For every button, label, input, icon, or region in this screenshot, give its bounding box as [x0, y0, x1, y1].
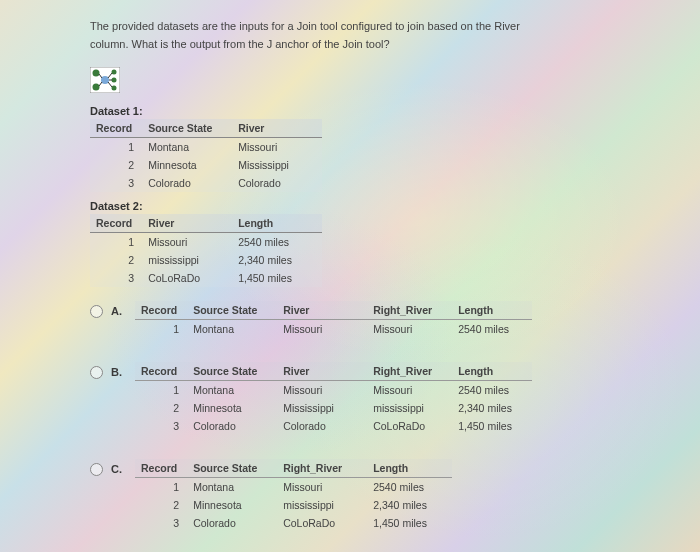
table-row: 1 Montana Missouri Missouri 2540 miles	[135, 381, 532, 400]
col-source-state: Source State	[142, 119, 232, 138]
join-tool-icon	[90, 67, 120, 93]
radio-icon[interactable]	[90, 366, 103, 379]
dataset1-label: Dataset 1:	[90, 105, 610, 117]
col-record: Record	[90, 214, 142, 233]
option-label-b: B.	[111, 366, 127, 378]
col-river: River	[277, 362, 367, 381]
col-source-state: Source State	[187, 301, 277, 320]
table-header-row: Record River Length	[90, 214, 322, 233]
col-record: Record	[135, 362, 187, 381]
table-header-row: Record Source State River Right_River Le…	[135, 301, 532, 320]
cell-source-state: Montana	[187, 320, 277, 339]
svg-point-2	[93, 84, 100, 91]
col-length: Length	[232, 214, 322, 233]
svg-point-4	[112, 70, 117, 75]
col-river: River	[142, 214, 232, 233]
cell-record: 2	[90, 156, 142, 174]
cell-record: 1	[135, 320, 187, 339]
cell-record: 1	[90, 233, 142, 252]
cell-record: 3	[135, 514, 187, 532]
table-row: 2 Minnesota mississippi 2,340 miles	[135, 496, 452, 514]
col-record: Record	[135, 301, 187, 320]
col-record: Record	[90, 119, 142, 138]
cell-source-state: Montana	[142, 138, 232, 157]
cell-source-state: Minnesota	[142, 156, 232, 174]
cell-river: mississippi	[142, 251, 232, 269]
cell-record: 2	[90, 251, 142, 269]
cell-record: 1	[135, 381, 187, 400]
table-row: 1 Montana Missouri 2540 miles	[135, 478, 452, 497]
join-tool-icon-row	[90, 67, 610, 95]
option-label-a: A.	[111, 305, 127, 317]
cell-length: 2540 miles	[452, 381, 532, 400]
cell-record: 2	[135, 496, 187, 514]
cell-river: Missouri	[142, 233, 232, 252]
col-source-state: Source State	[187, 459, 277, 478]
cell-river: Colorado	[277, 417, 367, 435]
dataset2-table: Record River Length 1 Missouri 2540 mile…	[90, 214, 322, 287]
col-length: Length	[452, 301, 532, 320]
col-river: River	[232, 119, 322, 138]
radio-icon[interactable]	[90, 463, 103, 476]
col-right-river: Right_River	[277, 459, 367, 478]
cell-source-state: Montana	[187, 381, 277, 400]
cell-record: 3	[90, 269, 142, 287]
table-row: 2 Minnesota Mississippi	[90, 156, 322, 174]
table-row: 3 Colorado Colorado	[90, 174, 322, 192]
cell-source-state: Colorado	[142, 174, 232, 192]
cell-right-river: Missouri	[367, 320, 452, 339]
cell-river: Colorado	[232, 174, 322, 192]
dataset1-table: Record Source State River 1 Montana Miss…	[90, 119, 322, 192]
cell-length: 1,450 miles	[232, 269, 322, 287]
option-c[interactable]: C. Record Source State Right_River Lengt…	[90, 459, 610, 540]
option-label-c: C.	[111, 463, 127, 475]
table-row: 2 mississippi 2,340 miles	[90, 251, 322, 269]
table-row: 2 Minnesota Mississippi mississippi 2,34…	[135, 399, 532, 417]
question-line1: The provided datasets are the inputs for…	[90, 20, 520, 32]
cell-length: 2540 miles	[232, 233, 322, 252]
cell-source-state: Minnesota	[187, 399, 277, 417]
cell-river: Missouri	[277, 320, 367, 339]
option-a-table: Record Source State River Right_River Le…	[135, 301, 532, 338]
cell-source-state: Montana	[187, 478, 277, 497]
cell-length: 1,450 miles	[367, 514, 452, 532]
cell-record: 1	[90, 138, 142, 157]
cell-record: 3	[135, 417, 187, 435]
cell-river: Mississippi	[232, 156, 322, 174]
table-row: 3 Colorado CoLoRaDo 1,450 miles	[135, 514, 452, 532]
cell-record: 2	[135, 399, 187, 417]
cell-length: 2540 miles	[367, 478, 452, 497]
cell-source-state: Colorado	[187, 417, 277, 435]
table-row: 3 CoLoRaDo 1,450 miles	[90, 269, 322, 287]
table-header-row: Record Source State Right_River Length	[135, 459, 452, 478]
dataset2-label: Dataset 2:	[90, 200, 610, 212]
table-header-row: Record Source State River Right_River Le…	[135, 362, 532, 381]
cell-length: 1,450 miles	[452, 417, 532, 435]
cell-right-river: mississippi	[277, 496, 367, 514]
table-row: 1 Montana Missouri	[90, 138, 322, 157]
cell-record: 1	[135, 478, 187, 497]
col-right-river: Right_River	[367, 362, 452, 381]
question-line2: column. What is the output from the J an…	[90, 38, 390, 50]
cell-record: 3	[90, 174, 142, 192]
cell-source-state: Minnesota	[187, 496, 277, 514]
table-row: 3 Colorado Colorado CoLoRaDo 1,450 miles	[135, 417, 532, 435]
col-right-river: Right_River	[367, 301, 452, 320]
option-b[interactable]: B. Record Source State River Right_River…	[90, 362, 610, 443]
option-a[interactable]: A. Record Source State River Right_River…	[90, 301, 610, 346]
cell-length: 2540 miles	[452, 320, 532, 339]
svg-point-3	[101, 76, 109, 84]
col-river: River	[277, 301, 367, 320]
radio-icon[interactable]	[90, 305, 103, 318]
table-row: 1 Missouri 2540 miles	[90, 233, 322, 252]
cell-right-river: mississippi	[367, 399, 452, 417]
col-length: Length	[452, 362, 532, 381]
cell-length: 2,340 miles	[367, 496, 452, 514]
cell-length: 2,340 miles	[232, 251, 322, 269]
cell-right-river: CoLoRaDo	[367, 417, 452, 435]
col-record: Record	[135, 459, 187, 478]
cell-right-river: Missouri	[277, 478, 367, 497]
cell-river: CoLoRaDo	[142, 269, 232, 287]
col-source-state: Source State	[187, 362, 277, 381]
cell-right-river: CoLoRaDo	[277, 514, 367, 532]
